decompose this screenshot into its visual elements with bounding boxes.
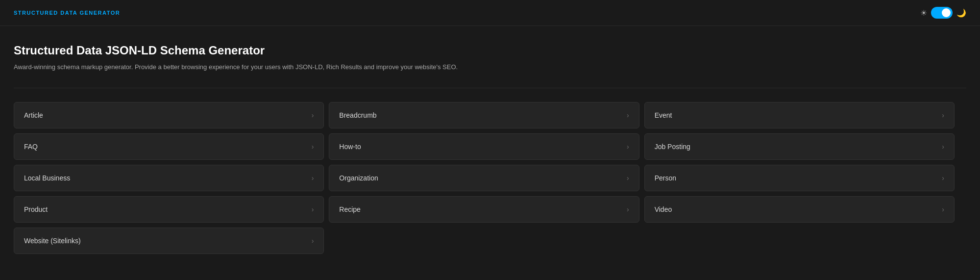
brand-title: STRUCTURED DATA GENERATOR <box>14 10 120 16</box>
schema-item-label: Local Business <box>24 174 70 182</box>
schema-grid: Article › Breadcrumb › Event › FAQ › How… <box>14 102 955 223</box>
schema-item-person[interactable]: Person › <box>644 165 955 191</box>
chevron-icon: › <box>942 174 944 182</box>
schema-item-article[interactable]: Article › <box>14 102 324 128</box>
schema-item-label: Product <box>24 205 48 213</box>
schema-item-job-posting[interactable]: Job Posting › <box>644 133 955 160</box>
schema-item-local-business[interactable]: Local Business › <box>14 165 324 191</box>
schema-item-label: Article <box>24 111 43 119</box>
schema-item-label: Event <box>655 111 672 119</box>
schema-item-label: Person <box>655 174 676 182</box>
schema-item-event[interactable]: Event › <box>644 102 955 128</box>
schema-item-label: Breadcrumb <box>339 111 376 119</box>
chevron-icon: › <box>942 111 944 119</box>
schema-item-recipe[interactable]: Recipe › <box>329 196 639 223</box>
schema-item-label: Organization <box>339 174 378 182</box>
chevron-icon: › <box>627 143 629 151</box>
chevron-icon: › <box>312 237 314 245</box>
sun-icon: ☀ <box>920 8 927 18</box>
chevron-icon: › <box>627 111 629 119</box>
chevron-icon: › <box>312 143 314 151</box>
chevron-icon: › <box>942 205 944 213</box>
schema-item-product[interactable]: Product › <box>14 196 324 223</box>
schema-item-label: How-to <box>339 143 361 151</box>
schema-item-website-sitelinks[interactable]: Website (Sitelinks) › <box>14 228 324 254</box>
schema-item-organization[interactable]: Organization › <box>329 165 639 191</box>
main-content: Structured Data JSON-LD Schema Generator… <box>0 26 980 268</box>
moon-icon: 🌙 <box>956 8 966 18</box>
website-row: Website (Sitelinks) › <box>14 228 955 254</box>
schema-item-label: Job Posting <box>655 143 690 151</box>
schema-item-howto[interactable]: How-to › <box>329 133 639 160</box>
theme-toggle-switch[interactable] <box>931 7 953 19</box>
chevron-icon: › <box>942 143 944 151</box>
chevron-icon: › <box>312 174 314 182</box>
schema-item-label: Video <box>655 205 672 213</box>
chevron-icon: › <box>312 111 314 119</box>
schema-item-label: FAQ <box>24 143 38 151</box>
chevron-icon: › <box>627 174 629 182</box>
page-subtitle: Award-winning schema markup generator. P… <box>14 62 966 72</box>
schema-item-video[interactable]: Video › <box>644 196 955 223</box>
header-bar: STRUCTURED DATA GENERATOR ☀ 🌙 <box>0 0 980 26</box>
schema-item-label: Recipe <box>339 205 361 213</box>
page-title: Structured Data JSON-LD Schema Generator <box>14 44 966 57</box>
divider <box>14 88 966 88</box>
schema-item-breadcrumb[interactable]: Breadcrumb › <box>329 102 639 128</box>
theme-toggle-container: ☀ 🌙 <box>920 7 966 19</box>
schema-item-label: Website (Sitelinks) <box>24 237 81 245</box>
chevron-icon: › <box>627 205 629 213</box>
chevron-icon: › <box>312 205 314 213</box>
schema-item-faq[interactable]: FAQ › <box>14 133 324 160</box>
